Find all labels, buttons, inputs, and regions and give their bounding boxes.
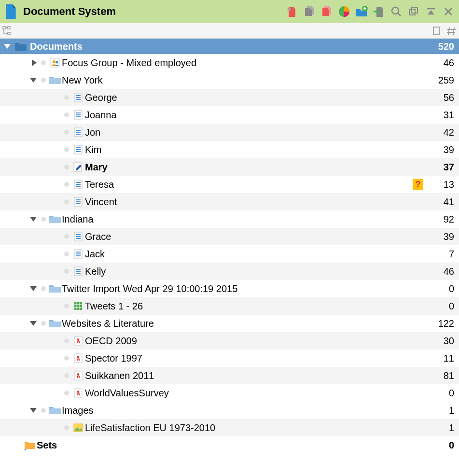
page-icon[interactable] — [431, 26, 442, 36]
tree-row-ny[interactable]: New York259 — [0, 71, 459, 89]
svg-point-14 — [53, 60, 56, 63]
tree-row-kelly[interactable]: Kelly46 — [0, 263, 459, 280]
pie-chart-button[interactable] — [337, 5, 351, 18]
tree-row-wvs[interactable]: WorldValuesSurvey0 — [0, 384, 459, 402]
row-label: Kim — [85, 144, 411, 155]
tree-row-websites[interactable]: Websites & Literature122 — [0, 315, 459, 332]
row-count: 46 — [425, 57, 454, 69]
row-label: Suikkanen 2011 — [85, 370, 411, 381]
tree-row-suikkanen[interactable]: Suikkanen 201181 — [0, 367, 459, 384]
bullet-dot — [62, 304, 71, 308]
row-count: 37 — [425, 162, 454, 173]
doc-icon — [71, 93, 85, 102]
add-folder-button[interactable] — [355, 5, 368, 18]
documents-root-row[interactable]: Documents 520 — [0, 39, 459, 54]
docs-stack-red-button[interactable] — [320, 5, 334, 18]
header-bar: Document System — [0, 0, 459, 23]
tree-row-jon[interactable]: Jon42 — [0, 124, 459, 141]
svg-point-15 — [56, 61, 58, 64]
tree-row-images[interactable]: Images1 — [0, 402, 459, 419]
pdf-icon — [71, 371, 85, 380]
tree-row-tweets[interactable]: Tweets 1 - 260 — [0, 297, 459, 315]
tree-row-twitter[interactable]: Twitter Import Wed Apr 29 10:00:19 20150 — [0, 280, 459, 297]
root-expander[interactable] — [0, 44, 14, 49]
expander[interactable] — [0, 408, 39, 413]
row-label: George — [85, 92, 411, 103]
windows-button[interactable] — [407, 5, 420, 18]
row-label: Tweets 1 - 26 — [85, 301, 411, 312]
bullet-dot — [62, 130, 71, 135]
hash-icon[interactable] — [446, 26, 457, 36]
tree-view-icon[interactable] — [2, 26, 13, 36]
tree-row-jack[interactable]: Jack7 — [0, 245, 459, 263]
tree-row-indiana[interactable]: Indiana92 — [0, 210, 459, 228]
doc-icon — [71, 127, 85, 137]
tree-row-vincent[interactable]: Vincent41 — [0, 193, 459, 210]
row-label: Images — [62, 405, 411, 416]
group-icon — [48, 57, 62, 68]
row-label: Joanna — [85, 110, 411, 121]
tree-row-george[interactable]: George56 — [0, 89, 459, 106]
import-doc-button[interactable] — [285, 5, 299, 18]
expander[interactable] — [0, 78, 39, 83]
expander[interactable] — [0, 321, 39, 326]
edit-icon — [71, 162, 85, 172]
row-label: Vincent — [85, 196, 411, 208]
tree-row-lifesat[interactable]: LifeSatisfaction EU 1973-20101 — [0, 419, 459, 436]
row-count: 42 — [425, 127, 454, 138]
tree-row-grace[interactable]: Grace39 — [0, 228, 459, 245]
row-count: 81 — [425, 370, 454, 381]
row-label: Mary — [85, 162, 411, 173]
doc-icon — [71, 180, 85, 189]
row-count: 39 — [425, 144, 454, 155]
row-label: Websites & Literature — [62, 318, 411, 329]
expander[interactable] — [0, 59, 39, 66]
docs-stack-gray-button[interactable] — [303, 5, 316, 18]
row-count: 7 — [425, 249, 454, 260]
bullet-dot — [62, 112, 71, 117]
bullet-dot — [39, 60, 48, 65]
search-button[interactable] — [389, 5, 403, 18]
row-label: Spector 1997 — [85, 353, 411, 364]
tree-row-teresa[interactable]: Teresa?13 — [0, 176, 459, 193]
bullet-dot — [62, 252, 71, 256]
close-button[interactable] — [442, 5, 455, 18]
expander[interactable] — [0, 217, 39, 222]
document-system-icon — [4, 4, 17, 19]
folder-blue-icon — [48, 75, 62, 85]
svg-point-2 — [392, 7, 399, 14]
table-icon — [71, 302, 85, 310]
folder-blue-icon — [48, 214, 62, 224]
tree-row-oecd[interactable]: OECD 200930 — [0, 332, 459, 350]
bullet-dot — [39, 217, 48, 222]
row-count: 31 — [425, 110, 454, 121]
tree-row-focus[interactable]: Focus Group - Mixed employed46 — [0, 54, 459, 71]
sets-row[interactable]: Sets 0 — [0, 436, 459, 454]
bullet-dot — [62, 234, 71, 239]
tree-row-spector[interactable]: Spector 199711 — [0, 350, 459, 367]
bullet-dot — [62, 95, 71, 100]
collapse-up-button[interactable] — [424, 5, 438, 18]
svg-rect-10 — [8, 27, 10, 29]
row-count: 56 — [425, 92, 454, 103]
export-button[interactable] — [372, 5, 386, 18]
row-count: 39 — [425, 231, 454, 242]
header-title-area: Document System — [4, 4, 285, 19]
row-label: Jack — [85, 249, 411, 260]
bullet-dot — [62, 391, 71, 395]
expander[interactable] — [0, 286, 39, 291]
pdf-icon — [71, 336, 85, 346]
tree-row-mary[interactable]: Mary37 — [0, 158, 459, 176]
row-label: Teresa — [85, 179, 411, 190]
sets-folder-icon — [24, 440, 36, 450]
folder-blue-icon — [48, 319, 62, 328]
subheader-bar — [0, 23, 459, 39]
row-label: Grace — [85, 231, 411, 242]
tree-row-kim[interactable]: Kim39 — [0, 141, 459, 158]
row-count: 46 — [425, 266, 454, 277]
doc-icon — [71, 110, 85, 120]
tree-row-joanna[interactable]: Joanna31 — [0, 106, 459, 124]
bullet-dot — [62, 425, 71, 430]
image-icon — [71, 423, 85, 432]
folder-blue-icon — [48, 406, 62, 415]
